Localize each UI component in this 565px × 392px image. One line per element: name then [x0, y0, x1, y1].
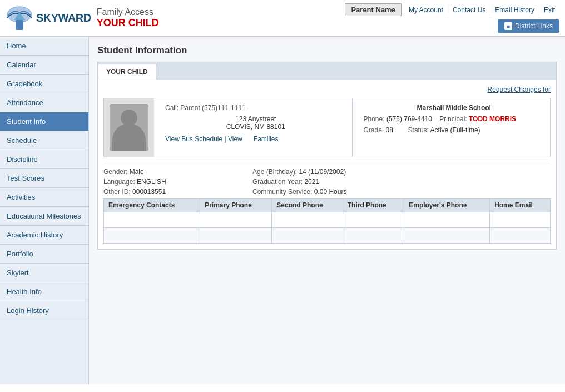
col-second-phone: Second Phone — [272, 199, 343, 212]
sidebar: Home Calendar Gradebook Attendance Stude… — [0, 37, 89, 384]
phone-value: (575) 769-4410 — [386, 115, 432, 123]
address-line1: 123 Anystreet — [165, 115, 346, 123]
skyward-logo: SKYWARD — [6, 4, 91, 32]
col-home-email: Home Email — [490, 199, 551, 212]
graduation-item: Graduation Year: 2021 — [252, 178, 402, 186]
sidebar-portfolio[interactable]: Portfolio — [0, 245, 88, 264]
sidebar-educational-milestones[interactable]: Educational Milestones — [0, 207, 88, 226]
logo-area: SKYWARD Family Access YOUR CHILD — [6, 4, 159, 32]
col-employer-phone: Employer's Phone — [404, 199, 490, 212]
details-row: Gender: Male Age (Birthday): 14 (11/09/2… — [103, 163, 551, 198]
sidebar-student-info[interactable]: Student Info — [0, 112, 88, 131]
gender-item: Gender: Male — [103, 168, 252, 176]
emergency-contact-cell — [104, 212, 200, 228]
address-line2: CLOVIS, NM 88101 — [165, 123, 346, 131]
status-label: Status: — [408, 126, 429, 134]
sidebar-test-scores[interactable]: Test Scores — [0, 169, 88, 188]
sidebar-activities[interactable]: Activities — [0, 188, 88, 207]
photo-area — [104, 98, 154, 157]
exit-link[interactable]: Exit — [539, 4, 559, 16]
page-title: Student Information — [97, 45, 557, 56]
view-bus-schedule-link[interactable]: View Bus Schedule — [165, 135, 222, 143]
table-row — [104, 228, 551, 244]
card-body: Request Changes for Call: Pa — [98, 80, 556, 249]
employer-phone-cell — [404, 212, 490, 228]
tab-your-child[interactable]: YOUR CHILD — [98, 64, 156, 80]
sidebar-calendar[interactable]: Calendar — [0, 56, 88, 75]
skyward-text: SKYWARD — [36, 12, 91, 24]
community-label: Community Service: — [252, 188, 312, 196]
header-right: Parent Name My Account Contact Us Email … — [345, 3, 559, 33]
district-links-label: District Links — [515, 22, 553, 30]
top-nav: Parent Name My Account Contact Us Email … — [345, 3, 559, 16]
graduation-label: Graduation Year: — [252, 178, 303, 186]
header: SKYWARD Family Access YOUR CHILD Parent … — [0, 0, 565, 37]
col-emergency-contacts: Emergency Contacts — [104, 199, 200, 212]
contact-us-link[interactable]: Contact Us — [448, 4, 490, 16]
other-id-label: Other ID: — [103, 188, 131, 196]
other-id-value: 000013551 — [132, 188, 166, 196]
sidebar-health-info[interactable]: Health Info — [0, 282, 88, 301]
language-value: ENGLISH — [137, 178, 166, 186]
spacer2 — [402, 178, 551, 186]
contact-address: 123 Anystreet CLOVIS, NM 88101 — [165, 115, 346, 131]
contact-info: Call: Parent (575)111-1111 123 Anystreet… — [160, 98, 353, 157]
employer-phone-cell — [404, 228, 490, 244]
contact-call: Call: Parent (575)111-1111 — [165, 104, 346, 112]
email-history-link[interactable]: Email History — [490, 4, 539, 16]
grade-value: 08 — [386, 126, 393, 134]
call-label: Call: — [165, 104, 179, 112]
school-name: Marshall Middle School — [364, 104, 545, 112]
col-primary-phone: Primary Phone — [200, 199, 272, 212]
primary-phone-cell — [200, 228, 272, 244]
spacer3 — [402, 188, 551, 196]
my-account-link[interactable]: My Account — [404, 4, 448, 16]
avatar-body-icon — [112, 123, 146, 151]
sidebar-login-history[interactable]: Login History — [0, 301, 88, 320]
principal-label: Principal: — [439, 115, 467, 123]
school-phone-row: Phone: (575) 769-4410 Principal: TODD MO… — [364, 115, 545, 123]
district-links-button[interactable]: ■ District Links — [498, 19, 559, 33]
district-links-icon: ■ — [504, 22, 512, 30]
community-service-item: Community Service: 0.00 Hours — [252, 188, 402, 196]
sidebar-academic-history[interactable]: Academic History — [0, 226, 88, 245]
graduation-value: 2021 — [304, 178, 319, 186]
table-row — [104, 212, 551, 228]
other-id-item: Other ID: 000013551 — [103, 188, 252, 196]
main-content: Student Information YOUR CHILD Request C… — [89, 37, 565, 384]
third-phone-cell — [343, 212, 404, 228]
sidebar-skylert[interactable]: Skylert — [0, 264, 88, 282]
avatar-head-icon — [121, 110, 137, 126]
student-card: YOUR CHILD Request Changes for — [97, 62, 557, 250]
skyward-emblem-icon — [6, 4, 33, 32]
svg-rect-1 — [16, 20, 23, 30]
sidebar-home[interactable]: Home — [0, 37, 88, 56]
contacts-table: Emergency Contacts Primary Phone Second … — [103, 198, 551, 244]
second-phone-cell — [272, 212, 343, 228]
family-access-title: Family Access YOUR CHILD — [97, 7, 159, 29]
home-email-cell — [490, 228, 551, 244]
third-phone-cell — [343, 228, 404, 244]
age-value: 14 (11/09/2002) — [299, 168, 346, 176]
emergency-contact-cell — [104, 228, 200, 244]
language-item: Language: ENGLISH — [103, 178, 252, 186]
col-third-phone: Third Phone — [343, 199, 404, 212]
sidebar-discipline[interactable]: Discipline — [0, 150, 88, 169]
home-email-cell — [490, 212, 551, 228]
phone-label: Phone: — [364, 115, 385, 123]
age-label: Age (Birthday): — [252, 168, 297, 176]
gender-value: Male — [130, 168, 144, 176]
parent-name-display: Parent Name — [345, 3, 401, 16]
view-link[interactable]: View — [228, 135, 242, 143]
sidebar-attendance[interactable]: Attendance — [0, 93, 88, 112]
families-link[interactable]: Families — [254, 135, 279, 143]
call-value: Parent (575)111-1111 — [180, 104, 245, 112]
request-changes-link[interactable]: Request Changes for — [103, 86, 551, 93]
second-phone-cell — [272, 228, 343, 244]
sidebar-gradebook[interactable]: Gradebook — [0, 75, 88, 93]
language-label: Language: — [103, 178, 135, 186]
main-layout: Home Calendar Gradebook Attendance Stude… — [0, 37, 565, 384]
sidebar-schedule[interactable]: Schedule — [0, 131, 88, 150]
gender-label: Gender: — [103, 168, 127, 176]
family-access-label: Family Access — [97, 7, 159, 17]
